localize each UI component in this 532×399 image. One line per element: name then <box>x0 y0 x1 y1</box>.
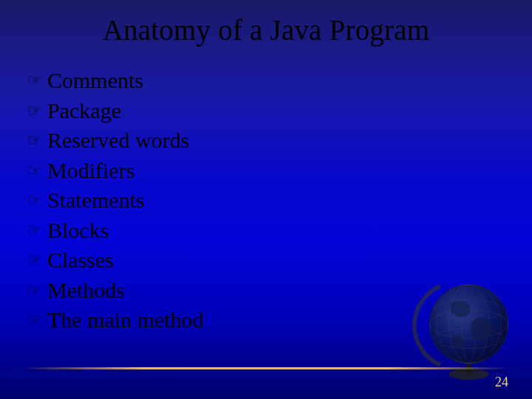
list-item: ☞ Comments <box>27 66 532 96</box>
item-text: Package <box>47 96 121 126</box>
list-item: ☞ The main method <box>27 305 532 335</box>
hand-icon: ☞ <box>27 249 43 271</box>
item-text: Methods <box>47 276 125 306</box>
item-text: The main method <box>47 305 204 335</box>
svg-rect-1 <box>466 358 472 373</box>
page-number: 24 <box>495 375 508 390</box>
item-text: Blocks <box>47 216 109 246</box>
item-text: Modifiers <box>47 156 134 186</box>
list-item: ☞ Blocks <box>27 216 532 246</box>
list-item: ☞ Reserved words <box>27 126 532 156</box>
item-text: Comments <box>47 66 143 96</box>
list-item: ☞ Package <box>27 96 532 126</box>
hand-icon: ☞ <box>27 279 43 301</box>
item-text: Classes <box>47 245 114 276</box>
divider <box>22 367 510 369</box>
list-item: ☞ Modifiers <box>27 156 532 186</box>
hand-icon: ☞ <box>27 189 43 211</box>
svg-point-0 <box>449 369 488 381</box>
item-text: Reserved words <box>47 126 189 156</box>
page-title: Anatomy of a Java Program <box>0 0 532 47</box>
item-text: Statements <box>47 185 145 216</box>
hand-icon: ☞ <box>27 160 43 182</box>
list-item: ☞ Methods <box>27 276 532 306</box>
list-item: ☞ Statements <box>27 185 532 216</box>
hand-icon: ☞ <box>27 129 43 151</box>
list-item: ☞ Classes <box>27 245 532 276</box>
hand-icon: ☞ <box>27 219 43 242</box>
bullet-list: ☞ Comments ☞ Package ☞ Reserved words ☞ … <box>0 47 532 335</box>
hand-icon: ☞ <box>27 309 43 331</box>
hand-icon: ☞ <box>27 100 43 122</box>
hand-icon: ☞ <box>27 69 43 92</box>
